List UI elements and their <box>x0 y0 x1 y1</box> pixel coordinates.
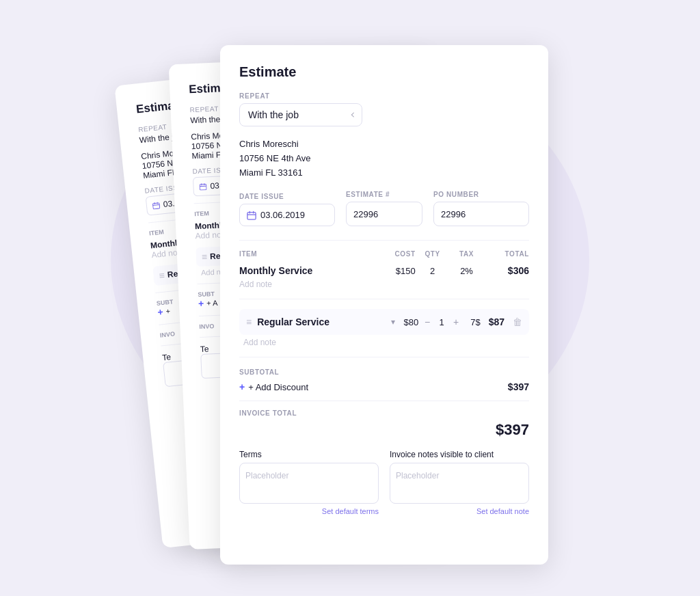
address-name: Chris Moreschi <box>239 137 529 152</box>
regular-row: ≡ Regular Service ▾ $80 − 1 + 7$ $87 🗑 <box>239 309 529 335</box>
divider-1 <box>239 240 529 241</box>
invoice-total-amount: $397 <box>496 421 529 439</box>
col-header-cost: Cost <box>364 250 416 258</box>
card-title: Estimate <box>239 64 529 80</box>
back2-drag-handle: ≡ <box>159 270 165 282</box>
invoice-total-section: Invoice Total $397 <box>239 401 529 439</box>
po-number-field: PO Number 22996 <box>433 191 529 226</box>
notes-placeholder: Placeholder <box>396 471 439 480</box>
col-header-item: Item <box>239 250 364 258</box>
notes-input[interactable]: Placeholder <box>390 463 529 504</box>
date-issue-field: Date Issue 03.06.2019 <box>239 193 335 226</box>
terms-label: Terms <box>239 450 379 459</box>
calendar-icon-2 <box>199 182 206 190</box>
subtotal-section: Subtotal + + Add Discount $397 <box>239 368 529 392</box>
terms-link[interactable]: Set default terms <box>239 507 379 515</box>
regular-add-note[interactable]: Add note <box>243 338 529 347</box>
po-number-box[interactable]: 22996 <box>433 202 529 226</box>
subtotal-row: + + Add Discount $397 <box>239 381 529 392</box>
calendar-icon-front <box>247 211 256 220</box>
monthly-name: Monthly Service <box>239 265 364 277</box>
qty-value: 1 <box>436 317 447 327</box>
subtotal-amount: $397 <box>508 381 529 392</box>
trash-icon[interactable]: 🗑 <box>513 316 522 327</box>
notes-field: Invoice notes visible to client Placehol… <box>390 450 529 515</box>
subtotal-label: Subtotal <box>239 368 529 376</box>
po-number-value: 22996 <box>441 209 466 219</box>
terms-field: Terms Placeholder Set default terms <box>239 450 379 515</box>
divider-3 <box>239 357 529 357</box>
date-input-box[interactable]: 03.06.2019 <box>239 204 335 226</box>
repeat-dropdown[interactable]: With the job <box>239 103 362 126</box>
estimate-number-box[interactable]: 22996 <box>346 202 422 226</box>
col-header-qty: Qty <box>416 250 450 258</box>
monthly-total: $306 <box>483 265 529 277</box>
repeat-label: Repeat <box>239 92 529 100</box>
estimate-number-field: Estimate # 22996 <box>346 191 422 226</box>
calendar-icon <box>152 201 160 209</box>
terms-input[interactable]: Placeholder <box>239 463 379 504</box>
regular-tax: 7$ <box>470 317 480 327</box>
invoice-total-row: $397 <box>239 421 529 439</box>
notes-link[interactable]: Set default note <box>390 507 529 515</box>
col-header-total: Total <box>483 250 529 258</box>
terms-placeholder: Placeholder <box>245 471 288 480</box>
regular-total: $87 <box>489 316 504 327</box>
qty-control: − 1 + <box>421 316 462 328</box>
address-street: 10756 NE 4th Ave <box>239 152 529 166</box>
address-city: Miami FL 33161 <box>239 166 529 180</box>
col-header-tax: Tax <box>450 250 484 258</box>
po-number-label: PO Number <box>433 191 529 198</box>
cards-container: Estimate Repeat With the jo Chris Mores … <box>159 31 541 565</box>
qty-decrease-btn[interactable]: − <box>421 316 433 328</box>
estimate-number-value: 22996 <box>353 209 378 219</box>
svg-rect-0 <box>152 202 159 208</box>
svg-line-1 <box>153 204 160 205</box>
monthly-cost: $150 <box>364 265 416 277</box>
date-issue-value: 03.06.2019 <box>260 210 305 220</box>
line-item-regular: ≡ Regular Service ▾ $80 − 1 + 7$ $87 🗑 A… <box>239 309 529 347</box>
date-row: Date Issue 03.06.2019 Estimate # <box>239 191 529 226</box>
terms-section: Terms Placeholder Set default terms Invo… <box>239 450 529 515</box>
monthly-add-note[interactable]: Add note <box>239 280 529 289</box>
repeat-value: With the job <box>248 109 299 120</box>
svg-rect-4 <box>200 184 206 190</box>
back2-plus-icon: + <box>157 306 164 318</box>
invoice-total-label: Invoice Total <box>239 409 529 417</box>
chevron-icon <box>350 113 353 116</box>
notes-label: Invoice notes visible to client <box>390 450 529 459</box>
add-discount-btn[interactable]: + + Add Discount <box>239 381 308 392</box>
qty-increase-btn[interactable]: + <box>450 316 462 328</box>
regular-cost: $80 <box>403 317 418 327</box>
divider-2 <box>239 299 529 299</box>
back1-drag-handle: ≡ <box>202 251 208 262</box>
add-discount-label: + Add Discount <box>248 382 308 392</box>
drag-handle-icon[interactable]: ≡ <box>246 316 252 327</box>
svg-rect-8 <box>247 213 256 220</box>
monthly-row: Monthly Service $150 2 2% $306 <box>239 265 529 277</box>
address-block: Chris Moreschi 10756 NE 4th Ave Miami FL… <box>239 137 529 180</box>
monthly-tax: 2% <box>450 265 484 277</box>
chevron-down <box>351 114 354 117</box>
card-front: Estimate Repeat With the job Chris Mores… <box>220 45 548 565</box>
line-item-monthly: Monthly Service $150 2 2% $306 Add note <box>239 265 529 289</box>
estimate-number-label: Estimate # <box>346 191 422 198</box>
item-table-header: Item Cost Qty Tax Total <box>239 250 529 258</box>
regular-dropdown-chevron[interactable]: ▾ <box>391 317 395 327</box>
monthly-qty: 2 <box>416 265 450 277</box>
plus-icon: + <box>239 381 245 392</box>
date-issue-label: Date Issue <box>239 193 335 200</box>
regular-name: Regular Service <box>257 316 388 327</box>
